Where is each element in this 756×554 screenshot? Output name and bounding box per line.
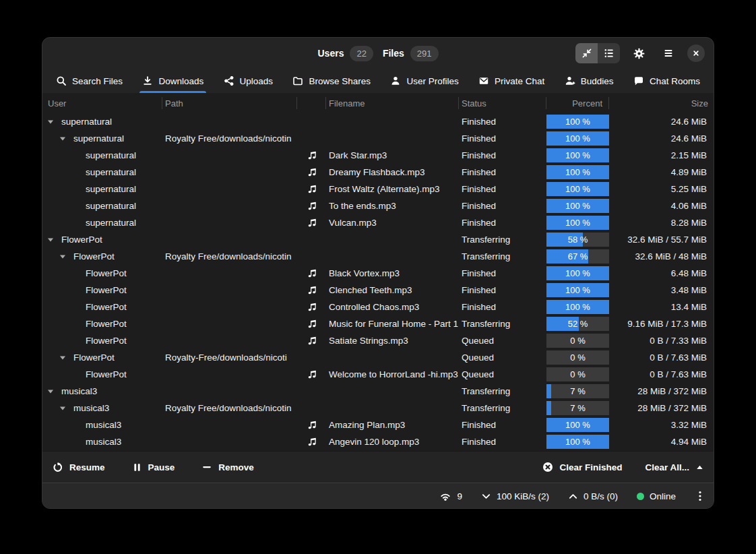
table-row[interactable]: supernaturalVulcan.mp3Finished100 %8.28 … <box>42 214 714 231</box>
expander-icon[interactable] <box>59 404 67 412</box>
table-row[interactable]: musical3Angevin 120 loop.mp3Finished100 … <box>42 433 714 450</box>
table-row[interactable]: musical3Transferring7 %28 MiB / 372 MiB <box>42 383 714 400</box>
pause-button[interactable]: Pause <box>132 462 175 472</box>
titlebar[interactable]: Users 22 Files 291 <box>42 38 714 69</box>
table-row[interactable]: FlowerPotTransferring58 %32.6 MiB / 55.7… <box>42 231 714 248</box>
user-name: FlowerPot <box>73 352 115 363</box>
table-row[interactable]: FlowerPotSatiate Strings.mp3Queued0 %0 B… <box>42 332 714 349</box>
table-row[interactable]: supernaturalFinished100 %24.6 MiB <box>42 113 714 130</box>
size-cell: 4.94 MiB <box>609 437 714 447</box>
download-rate-stat[interactable]: 100 KiB/s (2) <box>481 491 549 501</box>
progress-bar: 100 % <box>546 418 609 432</box>
table-row[interactable]: FlowerPotMusic for Funeral Home - Part 1… <box>42 315 714 332</box>
row-view-toggle-group <box>575 43 620 63</box>
table-row[interactable]: FlowerPotClenched Teeth.mp3Finished100 %… <box>42 282 714 299</box>
tab-downloads[interactable]: Downloads <box>141 69 205 93</box>
expander-icon[interactable] <box>46 236 55 244</box>
upload-rate-stat[interactable]: 0 B/s (0) <box>568 491 618 501</box>
filename-cell: To the ends.mp3 <box>326 201 459 211</box>
statusbar-menu-button[interactable] <box>695 490 705 502</box>
table-row[interactable]: FlowerPotControlled Chaos.mp3Finished100… <box>42 299 714 315</box>
table-row[interactable]: supernaturalFrost Waltz (Alternate).mp3F… <box>42 181 714 197</box>
clear-finished-button[interactable]: Clear Finished <box>542 462 622 472</box>
percent-cell: 0 % <box>546 367 609 381</box>
progress-bar: 100 % <box>546 435 609 449</box>
expander-icon[interactable] <box>59 253 67 261</box>
tab-search-files[interactable]: Search Files <box>55 69 124 93</box>
music-note-icon <box>307 420 317 430</box>
column-header-status[interactable]: Status <box>459 93 546 113</box>
progress-label: 100 % <box>546 131 609 146</box>
expander-icon[interactable] <box>46 118 55 126</box>
status-cell: Finished <box>459 184 546 194</box>
downloads-table: UserPathFilenameStatusPercentSize supern… <box>42 93 714 451</box>
table-row[interactable]: supernaturalDark Star.mp3Finished100 %2.… <box>42 147 714 164</box>
user-cell: supernatural <box>42 218 162 228</box>
collapse-rows-button[interactable] <box>575 43 598 63</box>
user-name: FlowerPot <box>86 268 127 278</box>
table-row[interactable]: musical3Amazing Plan.mp3Finished100 %3.3… <box>42 417 714 433</box>
table-row[interactable]: musical3Royalty Free/downloads/nicotinTr… <box>42 400 714 417</box>
clear-all-button[interactable]: Clear All... <box>645 462 704 472</box>
online-status-label: Online <box>650 491 676 501</box>
settings-button[interactable] <box>628 43 650 63</box>
expand-rows-button[interactable] <box>598 43 620 63</box>
column-header-filename[interactable]: Filename <box>326 93 459 113</box>
column-header-user[interactable]: User <box>42 93 162 113</box>
connection-status[interactable]: Online <box>637 491 676 501</box>
progress-label: 7 % <box>546 384 609 398</box>
path-cell: Royalty Free/downloads/nicotin <box>162 251 297 261</box>
tab-chat-rooms[interactable]: Chat Rooms <box>632 69 701 93</box>
table-row[interactable]: supernaturalDreamy Flashback.mp3Finished… <box>42 164 714 181</box>
tab-label: Browse Shares <box>309 76 371 86</box>
column-header-percent[interactable]: Percent <box>546 93 609 113</box>
expander-icon[interactable] <box>46 388 55 396</box>
file-icon-cell <box>297 150 326 160</box>
users-count-badge: 22 <box>350 46 373 61</box>
user-cell: FlowerPot <box>42 336 162 346</box>
download-icon <box>142 75 153 86</box>
file-icon-cell <box>297 167 326 177</box>
person-plus-icon <box>565 75 575 86</box>
resume-button[interactable]: Resume <box>52 462 105 473</box>
tab-private-chat[interactable]: Private Chat <box>477 69 546 93</box>
column-header-path[interactable]: Path <box>162 93 297 113</box>
tab-buddies[interactable]: Buddies <box>563 69 615 93</box>
tab-user-profiles[interactable]: User Profiles <box>389 69 460 93</box>
column-header-file-icon[interactable] <box>297 93 326 113</box>
filename-cell: Controlled Chaos.mp3 <box>326 302 459 312</box>
table-row[interactable]: FlowerPotBlack Vortex.mp3Finished100 %6.… <box>42 265 714 282</box>
progress-bar: 67 % <box>546 249 609 264</box>
file-icon-cell <box>297 201 326 211</box>
chevron-up-icon <box>568 491 578 501</box>
close-window-button[interactable] <box>687 44 705 62</box>
column-header-size[interactable]: Size <box>609 93 714 113</box>
user-cell: FlowerPot <box>42 251 162 261</box>
clear-finished-label: Clear Finished <box>559 462 622 472</box>
table-row[interactable]: FlowerPotWelcome to HorrorLand -hi.mp3Qu… <box>42 366 714 383</box>
user-name: supernatural <box>86 167 136 177</box>
progress-bar: 100 % <box>546 283 609 297</box>
expander-icon[interactable] <box>59 135 67 143</box>
main-menu-button[interactable] <box>658 43 679 63</box>
user-name: musical3 <box>61 386 97 396</box>
tab-browse-shares[interactable]: Browse Shares <box>291 69 372 93</box>
progress-label: 100 % <box>546 216 609 230</box>
file-icon-cell <box>297 285 326 295</box>
table-row[interactable]: supernaturalRoyalty Free/downloads/nicot… <box>42 130 714 147</box>
user-name: supernatural <box>86 184 136 194</box>
table-row[interactable]: FlowerPotRoyalty Free/downloads/nicotinT… <box>42 248 714 265</box>
connected-users-stat[interactable]: 9 <box>439 491 462 501</box>
table-row[interactable]: FlowerPotRoyalty-Free/downloads/nicotiQu… <box>42 349 714 366</box>
progress-bar: 100 % <box>546 131 609 146</box>
file-icon-cell <box>297 302 326 312</box>
close-icon <box>691 48 701 59</box>
wifi-icon <box>439 491 451 501</box>
remove-button[interactable]: Remove <box>201 462 254 472</box>
user-name: FlowerPot <box>86 336 127 346</box>
expander-icon[interactable] <box>59 354 67 362</box>
user-name: supernatural <box>61 117 112 127</box>
table-row[interactable]: supernaturalTo the ends.mp3Finished100 %… <box>42 197 714 214</box>
tab-uploads[interactable]: Uploads <box>222 69 275 93</box>
resume-label: Resume <box>69 462 105 472</box>
